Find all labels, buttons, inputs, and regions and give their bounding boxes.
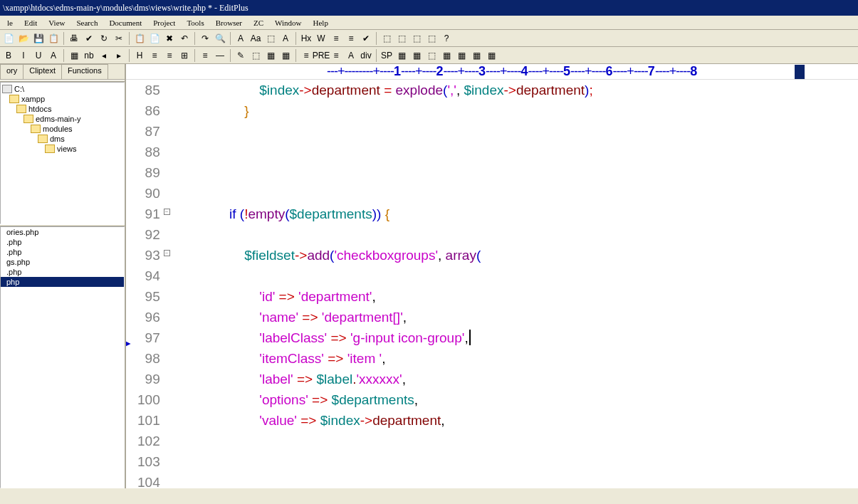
tb1-btn-14[interactable]: A — [234, 31, 248, 46]
tb2-btn-3[interactable]: A — [46, 48, 61, 63]
tb2-btn-19[interactable]: PRE — [314, 48, 328, 63]
code-line[interactable]: 'labelClass' => 'g-input icon-group', — [184, 327, 593, 348]
menu-window[interactable]: Window — [269, 17, 307, 28]
tree-node[interactable]: dms — [2, 134, 122, 144]
tb2-btn-28[interactable]: ▦ — [454, 48, 469, 63]
tb2-btn-5[interactable]: nb — [82, 48, 96, 63]
tb1-btn-10[interactable]: ✖ — [162, 31, 177, 46]
tb1-btn-0[interactable]: 📄 — [1, 31, 16, 46]
tb1-btn-26[interactable]: ⬚ — [424, 31, 439, 46]
code-line[interactable]: if (!empty($departments)) { — [184, 204, 593, 224]
tb2-btn-9[interactable]: ≡ — [147, 48, 162, 63]
tb2-btn-27[interactable]: ▦ — [439, 48, 454, 63]
file-item[interactable]: .php — [1, 247, 124, 257]
tb2-btn-26[interactable]: ⬚ — [424, 48, 439, 63]
code-line[interactable]: 'options' => $departments, — [184, 389, 593, 410]
sidebar-tab-functions[interactable]: Functions — [61, 64, 108, 79]
file-list[interactable]: ories.php.php.phpgs.php.phpphp — [0, 226, 125, 488]
tree-node[interactable]: C:\ — [2, 84, 122, 94]
tb2-btn-11[interactable]: ⊞ — [177, 48, 192, 63]
tb2-btn-13[interactable]: — — [213, 48, 227, 63]
code-line[interactable] — [184, 142, 593, 162]
tree-node[interactable]: xampp — [2, 94, 122, 104]
file-item[interactable]: .php — [1, 267, 124, 277]
tree-node[interactable]: edms-main-y — [2, 114, 122, 124]
fold-toggle-icon[interactable]: − — [164, 250, 170, 256]
tb1-btn-6[interactable]: ↻ — [97, 31, 111, 46]
menu-project[interactable]: Project — [147, 17, 181, 28]
tb1-btn-17[interactable]: A — [278, 31, 293, 46]
tb1-btn-23[interactable]: ⬚ — [380, 31, 394, 46]
menu-tools[interactable]: Tools — [181, 17, 209, 28]
tree-node[interactable]: modules — [2, 124, 122, 134]
tb2-btn-14[interactable]: ✎ — [234, 48, 248, 63]
tb2-btn-16[interactable]: ▦ — [263, 48, 278, 63]
tb1-btn-3[interactable]: 📋 — [46, 31, 61, 46]
menu-zc[interactable]: ZC — [248, 17, 269, 28]
tb1-btn-20[interactable]: ≡ — [329, 31, 343, 46]
menu-browser[interactable]: Browser — [210, 17, 248, 28]
tb2-btn-7[interactable]: ▸ — [112, 48, 126, 63]
tb1-btn-18[interactable]: Hx — [299, 31, 313, 46]
tb2-btn-10[interactable]: ≡ — [162, 48, 177, 63]
tb1-btn-11[interactable]: ↶ — [177, 31, 192, 46]
code-line[interactable]: 'label' => $label.'xxxxxx', — [184, 369, 593, 389]
tb1-btn-21[interactable]: ≡ — [344, 31, 358, 46]
code-line[interactable]: 'itemClass' => 'item ', — [184, 348, 593, 369]
tb2-btn-2[interactable]: U — [31, 48, 46, 63]
tb2-btn-24[interactable]: ▦ — [394, 48, 409, 63]
tb2-btn-12[interactable]: ≡ — [198, 48, 212, 63]
tb1-btn-12[interactable]: ↷ — [198, 31, 212, 46]
tb1-btn-27[interactable]: ? — [439, 31, 454, 46]
folder-tree[interactable]: C:\xampphtdocsedms-main-ymodulesdmsviews — [0, 82, 125, 224]
tb2-btn-8[interactable]: H — [132, 48, 147, 63]
tb2-btn-1[interactable]: I — [16, 48, 31, 63]
tb2-btn-21[interactable]: A — [344, 48, 358, 63]
tb2-btn-4[interactable]: ▦ — [67, 48, 81, 63]
tb1-btn-13[interactable]: 🔍 — [213, 31, 227, 46]
menu-document[interactable]: Document — [103, 17, 147, 28]
sidebar-tab-ory[interactable]: ory — [0, 64, 23, 79]
fold-bar[interactable] — [166, 80, 177, 488]
code-line[interactable]: 'value' => $index->department, — [184, 410, 593, 431]
menu-edit[interactable]: Edit — [19, 17, 43, 28]
code-line[interactable]: $index->department = explode(',', $index… — [184, 80, 593, 100]
code-line[interactable] — [184, 472, 593, 488]
sidebar-tab-cliptext[interactable]: Cliptext — [23, 64, 62, 79]
menu-search[interactable]: Search — [70, 17, 103, 28]
code-line[interactable]: } — [184, 100, 593, 121]
tb2-btn-23[interactable]: SP — [380, 48, 394, 63]
code-line[interactable]: $fieldset->add('checkboxgroups', array( — [184, 245, 593, 266]
code-line[interactable] — [184, 451, 593, 472]
tree-node[interactable]: htdocs — [2, 104, 122, 114]
tb1-btn-5[interactable]: ✔ — [82, 31, 96, 46]
tb2-btn-22[interactable]: div — [359, 48, 373, 63]
code-line[interactable] — [184, 183, 593, 204]
tb1-btn-8[interactable]: 📋 — [132, 31, 147, 46]
tb2-btn-17[interactable]: ▦ — [278, 48, 293, 63]
tb1-btn-7[interactable]: ✂ — [112, 31, 126, 46]
menu-help[interactable]: Help — [308, 17, 334, 28]
code-line[interactable] — [184, 266, 593, 286]
tb1-btn-24[interactable]: ⬚ — [394, 31, 409, 46]
tree-node[interactable]: views — [2, 144, 122, 154]
tb2-btn-29[interactable]: ▦ — [469, 48, 483, 63]
tb2-btn-30[interactable]: ▦ — [484, 48, 498, 63]
code-line[interactable]: 'name' => 'department[]', — [184, 307, 593, 327]
file-item[interactable]: php — [1, 277, 124, 287]
code-line[interactable] — [184, 224, 593, 245]
tb1-btn-22[interactable]: ✔ — [359, 31, 373, 46]
tb2-btn-20[interactable]: ≡ — [329, 48, 343, 63]
tb1-btn-1[interactable]: 📂 — [16, 31, 31, 46]
menu-le[interactable]: le — [1, 17, 19, 28]
fold-toggle-icon[interactable]: − — [164, 209, 170, 215]
tb1-btn-9[interactable]: 📄 — [147, 31, 162, 46]
tb2-btn-18[interactable]: ≡ — [299, 48, 313, 63]
code-editor[interactable]: 85868788899091−9293−94959697▶98991001011… — [126, 80, 858, 488]
tb2-btn-6[interactable]: ◂ — [97, 48, 111, 63]
tb2-btn-25[interactable]: ▦ — [409, 48, 424, 63]
file-item[interactable]: .php — [1, 237, 124, 247]
code-content[interactable]: $index->department = explode(',', $index… — [177, 80, 593, 488]
tb2-btn-15[interactable]: ⬚ — [248, 48, 263, 63]
tb1-btn-25[interactable]: ⬚ — [409, 31, 424, 46]
